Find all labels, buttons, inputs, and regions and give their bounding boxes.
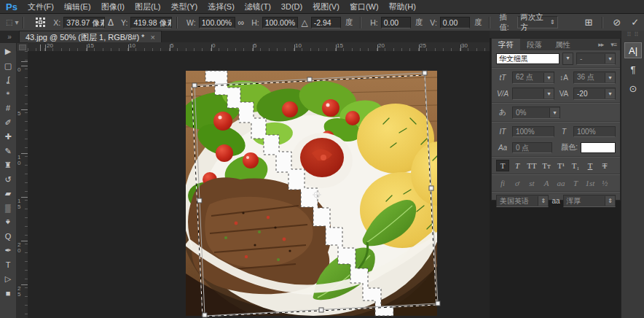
collapse-panel-icon[interactable]: ▸▸ [594,39,607,50]
warp-mode-toggle-icon[interactable]: ⊞ [584,17,592,28]
height-scale-field[interactable]: 100.00% [262,17,299,28]
dock-grip[interactable]: ⠿ ⠿ [627,31,640,39]
x-position-field[interactable]: 378.97 像素 [63,17,105,28]
language-select[interactable]: 美国英语 ⇕ [496,195,549,207]
move-tool[interactable]: ▶ [0,44,16,59]
crop-tool[interactable]: # [0,101,16,116]
font-size-select[interactable]: 62 点 ▾ [512,71,554,84]
subscript-button[interactable]: T₁ [569,160,582,171]
chevron-down-icon[interactable]: ▾ [605,89,615,98]
menu-window[interactable]: 窗口(W) [350,1,379,12]
document-tab[interactable]: 43.jpg @ 50% (图层 1, RGB/8#) * × [19,31,162,43]
tracking-select[interactable]: -20 ▾ [573,88,616,100]
close-icon[interactable]: × [150,33,154,42]
chevron-down-icon[interactable]: ▾ [543,89,554,98]
vskew-field[interactable]: 0.00 [440,17,470,28]
menu-file[interactable]: 文件(F) [28,1,54,12]
ruler-mark: 0 [212,42,215,49]
dodge-tool[interactable]: Q [0,230,16,244]
history-brush-tool[interactable]: ↺ [0,173,16,187]
ruler-mark: 10 [17,155,23,166]
rotation-field[interactable]: -2.94 [311,17,341,28]
small-caps-button[interactable]: Tᴛ [540,160,553,171]
chevron-down-icon[interactable]: ▾ [543,73,554,82]
contextual-alternates-button[interactable]: ơ [511,177,524,189]
y-position-field[interactable]: 419.98 像素 [130,17,172,28]
baseline-shift-field[interactable]: 0 点 [512,142,552,153]
panel-menu-icon[interactable]: ▾≡ [607,39,620,50]
underline-button[interactable]: T [584,160,597,171]
vertical-scale-field[interactable]: 100% [512,126,554,137]
cancel-transform-icon[interactable]: ⊘ [613,17,621,28]
canvas-area[interactable] [28,51,490,318]
opentype-buttons: fi ơ st A aa T 1st ½ [492,176,620,190]
pen-tool[interactable]: ✒ [0,244,16,258]
superscript-button[interactable]: T¹ [554,160,568,171]
strikethrough-button[interactable]: T [598,160,611,171]
chevron-down-icon: ▾ [15,18,18,26]
eyedropper-tool[interactable]: ✐ [0,116,16,131]
menu-edit[interactable]: 编辑(E) [64,1,91,12]
tab-overflow-icon[interactable]: » [0,33,19,43]
menu-filter[interactable]: 滤镜(T) [245,1,271,12]
eraser-tool[interactable]: ▰ [0,187,16,201]
chevron-down-icon[interactable]: ▾ [549,108,559,117]
tab-character[interactable]: 字符 [492,39,520,50]
leading-select[interactable]: 36 点 ▾ [573,71,616,84]
kerning-select[interactable]: ▾ [512,88,554,100]
all-caps-button[interactable]: TT [525,160,538,171]
chevron-down-icon[interactable]: ▾ [605,54,615,63]
proportional-spacing-select[interactable]: 0% ▾ [512,106,560,119]
properties-panel-icon[interactable]: ⊙ [624,80,642,96]
width-scale-field[interactable]: 100.00% [199,17,235,28]
clone-stamp-tool[interactable]: ♜ [0,158,16,173]
swash-button[interactable]: A [540,177,553,189]
height-label: H: [251,18,259,27]
shape-tool[interactable]: ■ [0,287,16,301]
titling-alternates-button[interactable]: T [569,177,582,189]
type-tool[interactable]: T [0,258,16,273]
menu-image[interactable]: 图像(I) [101,1,125,12]
faux-italic-button[interactable]: T [511,160,524,171]
menu-3d[interactable]: 3D(D) [281,2,302,11]
chevron-down-icon[interactable]: ▾ [605,73,615,82]
blur-tool[interactable]: ♠ [0,215,16,230]
tool-preset-picker[interactable]: ⬚ ▾ [6,18,18,26]
fractions-button[interactable]: ½ [598,177,611,189]
ordinals-button[interactable]: 1st [584,177,597,189]
font-style-select[interactable]: - ▾ [576,53,616,65]
faux-bold-button[interactable]: T [496,160,509,171]
menu-layer[interactable]: 图层(L) [135,1,160,12]
healing-brush-tool[interactable]: ✚ [0,130,16,144]
anti-alias-select[interactable]: 浑厚 ⇕ [563,195,616,207]
paragraph-panel-icon[interactable]: ¶ [624,61,642,77]
link-dimensions-icon[interactable]: ∞ [238,18,245,28]
interpolation-select[interactable]: 两次立方 ⇕ [517,16,558,28]
menu-select[interactable]: 选择(S) [208,1,235,12]
marquee-tool[interactable]: ▢ [0,59,16,74]
menu-help[interactable]: 帮助(H) [389,1,416,12]
ligatures-button[interactable]: fi [496,177,509,189]
brush-tool[interactable]: ✎ [0,144,16,159]
magic-wand-tool[interactable]: ＊ [0,88,16,102]
tab-properties[interactable]: 属性 [549,39,577,50]
text-color-swatch[interactable] [581,142,616,153]
hskew-field[interactable]: 0.00 [381,17,411,28]
path-select-tool[interactable]: ▷ [0,272,16,287]
commit-transform-icon[interactable]: ✓ [631,17,639,28]
menu-type[interactable]: 类型(Y) [170,1,197,12]
gradient-tool[interactable]: ▒ [0,201,16,216]
menu-view[interactable]: 视图(V) [313,1,339,12]
tab-paragraph[interactable]: 段落 [520,39,549,50]
discretionary-ligatures-button[interactable]: st [525,177,538,189]
divider [23,17,24,28]
character-panel-icon[interactable]: A| [624,42,642,58]
stylistic-alternates-button[interactable]: aa [554,177,568,189]
font-family-input[interactable]: 华文细黑 [496,53,559,64]
lasso-tool[interactable]: ʆ [0,73,16,88]
relative-position-icon[interactable]: Δ [108,18,114,28]
ruler-mark: 5 [170,42,173,49]
reference-point-grid[interactable] [36,18,46,28]
chevron-down-icon[interactable]: ▾ [562,53,573,65]
horizontal-scale-field[interactable]: 100% [573,126,616,137]
